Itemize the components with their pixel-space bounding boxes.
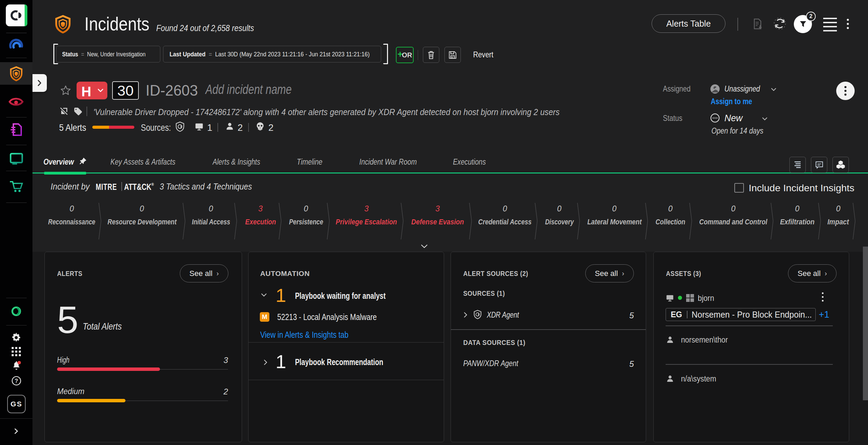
svg-text:?: ? (15, 378, 18, 384)
